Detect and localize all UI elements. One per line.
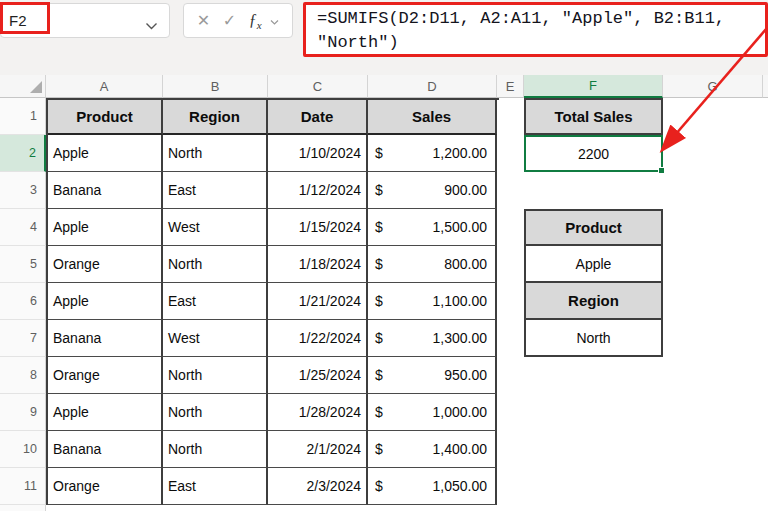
- cell-date[interactable]: 1/18/2024: [268, 246, 368, 283]
- fx-x: x: [257, 19, 262, 31]
- column-header-e[interactable]: E: [497, 75, 524, 98]
- fx-f: ƒ: [249, 11, 257, 28]
- cell-sales[interactable]: $800.00: [368, 246, 497, 283]
- sales-amount: 1,500.00: [433, 219, 488, 235]
- cell-date[interactable]: 1/15/2024: [268, 209, 368, 246]
- table-row: Banana North 2/1/2024 $1,400.00: [48, 431, 499, 468]
- row-header-4[interactable]: 4: [0, 209, 46, 246]
- cell-date[interactable]: 1/10/2024: [268, 135, 368, 172]
- currency-symbol: $: [375, 367, 383, 383]
- cell-date[interactable]: 1/22/2024: [268, 320, 368, 357]
- row-header-6[interactable]: 6: [0, 283, 46, 320]
- cell-product[interactable]: Orange: [48, 468, 163, 505]
- table-row: Orange East 2/3/2024 $1,050.00: [48, 468, 499, 505]
- cell-region[interactable]: West: [163, 320, 268, 357]
- column-header-c[interactable]: C: [268, 75, 368, 98]
- row-header-3[interactable]: 3: [0, 172, 46, 209]
- criteria-region-value-cell[interactable]: North: [524, 320, 663, 357]
- cell-date[interactable]: 2/1/2024: [268, 431, 368, 468]
- enter-icon[interactable]: ✓: [223, 11, 236, 30]
- criteria-region-header-cell[interactable]: Region: [524, 283, 663, 320]
- sales-amount: 950.00: [444, 367, 487, 383]
- cell-date[interactable]: 1/12/2024: [268, 172, 368, 209]
- cell-date[interactable]: 1/25/2024: [268, 357, 368, 394]
- criteria-product-header-cell[interactable]: Product: [524, 209, 663, 246]
- cell-sales[interactable]: $1,000.00: [368, 394, 497, 431]
- cell-product[interactable]: Banana: [48, 320, 163, 357]
- cell-region[interactable]: North: [163, 431, 268, 468]
- table-row: Orange North 1/18/2024 $800.00: [48, 246, 499, 283]
- cell-region[interactable]: West: [163, 209, 268, 246]
- column-header-g[interactable]: G: [663, 75, 763, 98]
- cell-product[interactable]: Apple: [48, 209, 163, 246]
- formula-buttons-group: ✕ ✓ ƒx: [183, 3, 293, 38]
- currency-symbol: $: [375, 441, 383, 457]
- insert-function-icon[interactable]: ƒx: [249, 11, 262, 31]
- table-row: Banana West 1/22/2024 $1,300.00: [48, 320, 499, 357]
- select-all-corner[interactable]: [0, 75, 46, 98]
- cell-product[interactable]: Orange: [48, 357, 163, 394]
- criteria-product-value-cell[interactable]: Apple: [524, 246, 663, 283]
- cell-region[interactable]: North: [163, 135, 268, 172]
- cell-sales[interactable]: $1,400.00: [368, 431, 497, 468]
- fill-handle[interactable]: [658, 167, 665, 174]
- header-cell-region[interactable]: Region: [163, 100, 268, 135]
- cell-region[interactable]: East: [163, 468, 268, 505]
- formula-input[interactable]: =SUMIFS(D2:D11, A2:A11, "Apple", B2:B11,…: [303, 2, 768, 57]
- excel-sumifs-screenshot: F2 ✕ ✓ ƒx =SUMIFS(D2:D11, A2:A11, "Apple…: [0, 0, 768, 511]
- cell-product[interactable]: Banana: [48, 172, 163, 209]
- currency-symbol: $: [375, 182, 383, 198]
- currency-symbol: $: [375, 145, 383, 161]
- cell-region[interactable]: North: [163, 357, 268, 394]
- row-header-1[interactable]: 1: [0, 98, 46, 135]
- cell-sales[interactable]: $900.00: [368, 172, 497, 209]
- column-header-f-selected[interactable]: F: [524, 75, 663, 98]
- cell-date[interactable]: 2/3/2024: [268, 468, 368, 505]
- fx-chevron-down-icon[interactable]: [270, 12, 279, 30]
- column-header-d[interactable]: D: [368, 75, 497, 98]
- cell-sales[interactable]: $1,500.00: [368, 209, 497, 246]
- cell-sales[interactable]: $950.00: [368, 357, 497, 394]
- chevron-down-icon[interactable]: [145, 17, 158, 34]
- cell-date[interactable]: 1/28/2024: [268, 394, 368, 431]
- spreadsheet-grid: A B C D E F G 1 2 3 4 5 6 7 8 9 10 11: [0, 75, 768, 511]
- cell-region[interactable]: East: [163, 172, 268, 209]
- cell-sales[interactable]: $1,300.00: [368, 320, 497, 357]
- cell-sales[interactable]: $1,100.00: [368, 283, 497, 320]
- name-box[interactable]: F2: [0, 3, 170, 38]
- column-header-a[interactable]: A: [46, 75, 163, 98]
- selected-cell-f2[interactable]: 2200: [524, 135, 663, 172]
- row-header-12-partial: [0, 505, 46, 511]
- cell-region[interactable]: North: [163, 246, 268, 283]
- row-header-9[interactable]: 9: [0, 394, 46, 431]
- total-sales-value: 2200: [578, 146, 609, 162]
- cell-product[interactable]: Apple: [48, 135, 163, 172]
- row-header-2-selected[interactable]: 2: [0, 135, 46, 172]
- cell-region[interactable]: North: [163, 394, 268, 431]
- row-header-5[interactable]: 5: [0, 246, 46, 283]
- header-cell-product[interactable]: Product: [48, 100, 163, 135]
- column-headers: A B C D E F G: [0, 75, 768, 98]
- sales-data-table: Product Region Date Sales Apple North 1/…: [46, 98, 499, 505]
- table-row: Apple West 1/15/2024 $1,500.00: [48, 209, 499, 246]
- cell-sales[interactable]: $1,050.00: [368, 468, 497, 505]
- cancel-icon[interactable]: ✕: [197, 11, 210, 30]
- cell-sales[interactable]: $1,200.00: [368, 135, 497, 172]
- table-row: Apple North 1/28/2024 $1,000.00: [48, 394, 499, 431]
- total-sales-header-cell[interactable]: Total Sales: [524, 98, 663, 135]
- header-cell-sales[interactable]: Sales: [368, 100, 497, 135]
- cell-product[interactable]: Banana: [48, 431, 163, 468]
- cell-product[interactable]: Apple: [48, 283, 163, 320]
- sales-amount: 1,100.00: [433, 293, 488, 309]
- header-cell-date[interactable]: Date: [268, 100, 368, 135]
- row-header-10[interactable]: 10: [0, 431, 46, 468]
- row-header-8[interactable]: 8: [0, 357, 46, 394]
- cell-date[interactable]: 1/21/2024: [268, 283, 368, 320]
- cell-product[interactable]: Apple: [48, 394, 163, 431]
- cell-product[interactable]: Orange: [48, 246, 163, 283]
- row-header-11[interactable]: 11: [0, 468, 46, 505]
- row-headers: 1 2 3 4 5 6 7 8 9 10 11: [0, 98, 46, 511]
- row-header-7[interactable]: 7: [0, 320, 46, 357]
- cell-region[interactable]: East: [163, 283, 268, 320]
- column-header-b[interactable]: B: [163, 75, 268, 98]
